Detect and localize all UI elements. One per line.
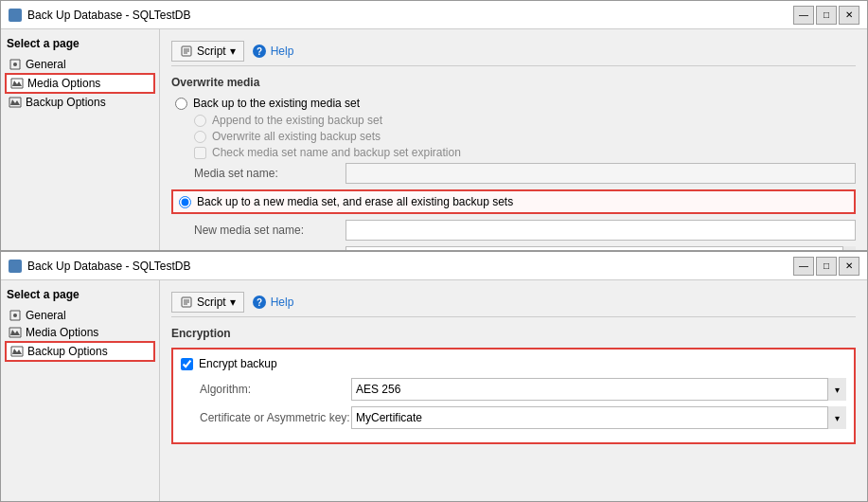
top-window-body: Select a page General Media Options [1,29,867,250]
radio-existing-media: Back up to the existing media set [171,97,856,110]
certificate-select[interactable]: MyCertificate [351,406,846,429]
top-toolbar: Script ▾ ? Help [171,37,856,66]
textarea-scrollbar: ▲ ▼ [842,246,856,250]
sidebar-item-backup-top[interactable]: Backup Options [5,94,155,111]
bottom-window-title: Back Up Database - SQLTestDB [27,260,191,273]
sidebar-label-general-top: General [26,58,66,71]
top-maximize-btn[interactable]: □ [816,6,837,25]
svg-text:?: ? [257,297,262,308]
sidebar-label-general-bottom: General [26,309,66,322]
encrypt-backup-label: Encrypt backup [199,357,277,370]
new-media-desc-row: New media set description: ▲ ▼ [171,246,856,250]
encryption-section: Encrypt backup Algorithm: AES 128 AES 19… [171,348,856,444]
help-icon-top: ? [252,44,267,59]
radio-existing-media-label: Back up to the existing media set [193,97,360,110]
radio-new-media: Back up to a new media set, and erase al… [171,189,856,214]
script-btn-top[interactable]: Script ▾ [171,41,244,62]
media-set-name-label: Media set name: [194,167,345,180]
top-close-btn[interactable]: ✕ [839,6,859,25]
algorithm-label: Algorithm: [181,383,351,396]
svg-text:?: ? [257,46,262,57]
svg-point-7 [13,314,17,317]
encrypt-backup-row: Encrypt backup [181,357,846,370]
sidebar-label-backup-top: Backup Options [26,96,106,109]
sidebar-label-backup-bottom: Backup Options [27,345,108,358]
sub-checkbox-check-input[interactable] [194,147,206,159]
radio-existing-media-input[interactable] [175,98,187,110]
sub-checkbox-check: Check media set name and backup set expi… [194,146,856,159]
script-icon-top [180,45,193,58]
sidebar-label-media-bottom: Media Options [26,326,98,339]
sub-radio-append-label: Append to the existing backup set [212,114,382,127]
bottom-window: Back Up Database - SQLTestDB — □ ✕ Selec… [0,251,868,502]
bottom-window-body: Select a page General Media Options [1,280,867,501]
svg-point-0 [13,63,17,66]
encryption-container: Encryption Encrypt backup Algorithm: AES… [171,327,856,444]
sidebar-item-backup-bottom[interactable]: Backup Options [5,341,155,362]
top-sidebar: Select a page General Media Options [1,29,160,250]
script-label-bottom: Script [197,296,226,309]
bottom-window-icon [9,260,22,273]
bottom-content-area: Script ▾ ? Help Encryption [160,280,867,501]
script-arrow-bottom: ▾ [230,296,236,309]
new-media-desc-input[interactable] [345,246,856,250]
top-title-left: Back Up Database - SQLTestDB [9,9,191,22]
algorithm-row: Algorithm: AES 128 AES 192 AES 256 Tripl… [181,378,846,401]
sub-radio-append-input[interactable] [194,115,206,127]
top-window-title: Back Up Database - SQLTestDB [27,9,191,22]
script-label-top: Script [197,45,226,58]
certificate-dropdown-wrapper: MyCertificate ▾ [351,406,846,429]
help-btn-top[interactable]: ? Help [252,44,294,59]
top-content-area: Script ▾ ? Help Overwrite media [160,29,867,250]
media-icon-bottom [9,326,22,339]
bottom-close-btn[interactable]: ✕ [839,257,859,276]
sidebar-label-media-top: Media Options [27,77,100,90]
backup-icon-top [9,96,22,109]
new-media-desc-wrapper: ▲ ▼ [345,246,856,250]
general-icon-top [9,58,22,71]
script-arrow-top: ▾ [230,45,236,58]
bottom-sidebar: Select a page General Media Options [1,280,160,501]
backup-icon-bottom [10,345,24,358]
sub-checkbox-check-label: Check media set name and backup set expi… [212,146,461,159]
encryption-section-label: Encryption [171,327,856,340]
bottom-window-controls: — □ ✕ [793,257,859,276]
general-icon-bottom [9,309,22,322]
sidebar-item-general-bottom[interactable]: General [5,307,155,324]
sub-radio-overwrite-label: Overwrite all existing backup sets [212,130,381,143]
encrypt-backup-checkbox[interactable] [181,358,193,370]
top-sidebar-title: Select a page [5,37,155,50]
certificate-label: Certificate or Asymmetric key: [181,411,351,424]
script-btn-bottom[interactable]: Script ▾ [171,292,244,313]
sidebar-item-media-top[interactable]: Media Options [5,73,155,94]
sidebar-item-general-top[interactable]: General [5,56,155,73]
top-window: Back Up Database - SQLTestDB — □ ✕ Selec… [0,0,868,251]
top-window-controls: — □ ✕ [793,6,859,25]
sidebar-item-media-bottom[interactable]: Media Options [5,324,155,341]
new-media-name-input[interactable] [345,220,856,241]
new-media-name-label: New media set name: [194,224,345,237]
radio-new-media-label: Back up to a new media set, and erase al… [197,195,513,208]
script-icon-bottom [180,296,193,309]
media-set-name-row: Media set name: [171,163,856,184]
help-btn-bottom[interactable]: ? Help [252,295,294,310]
sub-radio-overwrite-input[interactable] [194,131,206,143]
help-label-bottom: Help [271,296,294,309]
algorithm-dropdown-wrapper: AES 128 AES 192 AES 256 Triple DES 3KEY … [351,378,846,401]
bottom-minimize-btn[interactable]: — [793,257,814,276]
bottom-maximize-btn[interactable]: □ [816,257,837,276]
media-set-name-input[interactable] [345,163,856,184]
certificate-row: Certificate or Asymmetric key: MyCertifi… [181,406,846,429]
help-label-top: Help [271,45,294,58]
new-media-name-row: New media set name: [171,220,856,241]
top-minimize-btn[interactable]: — [793,6,814,25]
media-icon-top [10,77,24,90]
top-window-icon [9,9,22,22]
algorithm-select[interactable]: AES 128 AES 192 AES 256 Triple DES 3KEY [351,378,846,401]
sub-radio-append: Append to the existing backup set [194,114,856,127]
sub-radio-overwrite: Overwrite all existing backup sets [194,130,856,143]
radio-new-media-input[interactable] [179,196,191,208]
bottom-title-left: Back Up Database - SQLTestDB [9,260,191,273]
help-icon-bottom: ? [252,295,267,310]
top-title-bar: Back Up Database - SQLTestDB — □ ✕ [1,1,867,29]
